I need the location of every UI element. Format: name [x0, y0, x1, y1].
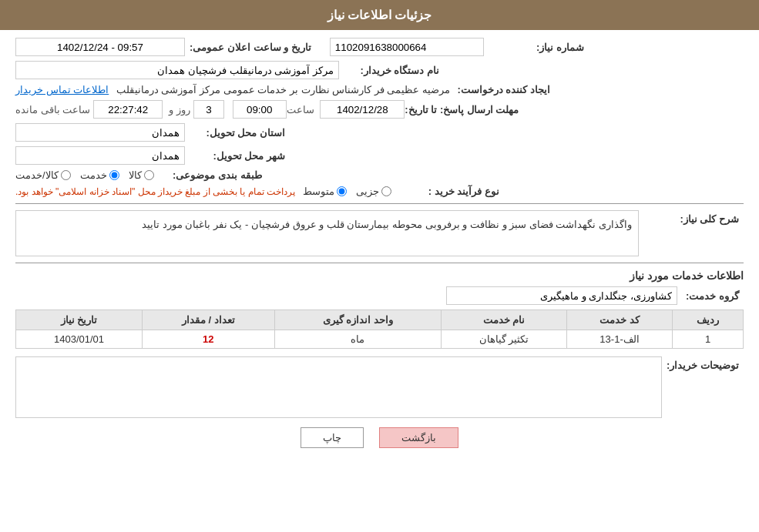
row-nam-dastgah: نام دستگاه خریدار: — [15, 61, 744, 79]
sharh-value: واگذاری نگهداشت فضای سبز و نظافت و برفرو… — [15, 210, 639, 256]
mohlat-mande-label: ساعت باقی مانده — [15, 104, 90, 115]
divider-2 — [15, 263, 744, 263]
notes-label: توضیحات خریدار: — [662, 356, 739, 371]
cell-tarikh: 1403/01/01 — [16, 330, 143, 349]
divider-1 — [15, 203, 744, 204]
shomara-label: شماره نیاز: — [484, 42, 584, 53]
mohlat-label: مهلت ارسال پاسخ: تا تاریخ: — [405, 104, 519, 115]
col-kod: کد خدمت — [566, 310, 672, 330]
row-tabaqe: طبقه بندی موضوعی: کالا خدمت کالا/خدمت — [15, 169, 744, 181]
col-radif: ردیف — [673, 310, 744, 330]
shahr-input — [15, 146, 185, 165]
ostan-input — [15, 123, 185, 142]
row-ostan: استان محل تحویل: — [15, 123, 744, 142]
nooe-option-mootavas[interactable]: متوسط — [303, 186, 347, 197]
cell-nam: تکثیر گیاهان — [441, 330, 566, 349]
mohlat-roz-input — [193, 100, 224, 119]
ostan-label: استان محل تحویل: — [185, 127, 285, 139]
tabaqe-option-kala[interactable]: کالا — [129, 169, 154, 181]
ijad-value: مرضیه عظیمی فر کارشناس نظارت بر خدمات عم… — [116, 84, 450, 95]
row-sharh: شرح کلی نیاز: واگذاری نگهداشت فضای سبز و… — [15, 210, 744, 256]
gorooh-input — [446, 286, 677, 305]
col-vahed: واحد اندازه گیری — [274, 310, 441, 330]
ijad-label: ایجاد کننده درخواست: — [450, 84, 550, 95]
mohlat-roz-label: روز و — [169, 104, 190, 115]
tarikh-input — [15, 38, 185, 56]
row-ijad: ایجاد کننده درخواست: مرضیه عظیمی فر کارش… — [15, 84, 744, 95]
table-row: 1 الف-1-13 تکثیر گیاهان ماه 12 1403/01/0… — [16, 330, 744, 349]
row-nooe: نوع فرآیند خرید : جزیی متوسط پرداخت تمام… — [15, 186, 744, 197]
mohlat-saat-input — [233, 100, 287, 119]
page-header: جزئیات اطلاعات نیاز — [0, 0, 759, 30]
row-shomara: شماره نیاز: تاریخ و ساعت اعلان عمومی: — [15, 38, 744, 56]
row-notes: توضیحات خریدار: — [15, 356, 744, 418]
col-tarikh: تاریخ نیاز — [16, 310, 143, 330]
ijad-link[interactable]: اطلاعات تماس خریدار — [15, 84, 109, 95]
row-shahr: شهر محل تحویل: — [15, 146, 744, 165]
aetela-title: اطلاعات خدمات مورد نیاز — [15, 269, 744, 282]
nam-dastgah-label: نام دستگاه خریدار: — [339, 65, 439, 76]
tabaqe-label: طبقه بندی موضوعی: — [162, 169, 262, 181]
button-row: بازگشت چاپ — [15, 427, 744, 460]
mohlat-date-input — [320, 100, 405, 119]
nam-dastgah-input — [15, 61, 339, 79]
tarikh-label: تاریخ و ساعت اعلان عمومی: — [190, 42, 311, 53]
back-button[interactable]: بازگشت — [379, 427, 458, 448]
notes-textarea[interactable] — [15, 356, 662, 418]
tabaqe-option-kala-khedmat[interactable]: کالا/خدمت — [15, 169, 71, 181]
row-mohlat: مهلت ارسال پاسخ: تا تاریخ: ساعت روز و سا… — [15, 100, 744, 119]
col-nam: نام خدمت — [441, 310, 566, 330]
col-tedad: تعداد / مقدار — [143, 310, 275, 330]
cell-radif: 1 — [673, 330, 744, 349]
sharh-label: شرح کلی نیاز: — [639, 210, 739, 225]
cell-kod: الف-1-13 — [566, 330, 672, 349]
mohlat-mande-input — [93, 100, 163, 119]
tabaqe-option-khedmat[interactable]: خدمت — [80, 169, 119, 181]
cell-vahed: ماه — [274, 330, 441, 349]
mohlat-saat-label: ساعت — [287, 104, 314, 115]
nooe-label: نوع فرآیند خرید : — [399, 186, 499, 197]
nooe-notice: پرداخت تمام یا بخشی از مبلغ خریداز محل "… — [15, 186, 295, 197]
cell-tedad: 12 — [143, 330, 275, 349]
gorooh-label: گروه خدمت: — [677, 290, 739, 302]
tabaqe-radio-group: کالا خدمت کالا/خدمت — [15, 169, 154, 181]
services-table: ردیف کد خدمت نام خدمت واحد اندازه گیری ت… — [15, 309, 744, 349]
shahr-label: شهر محل تحویل: — [185, 150, 285, 162]
page-title: جزئیات اطلاعات نیاز — [327, 8, 432, 22]
nooe-option-jozi[interactable]: جزیی — [356, 186, 391, 197]
nooe-radio-group: جزیی متوسط — [303, 186, 391, 197]
shomara-input — [330, 38, 484, 56]
row-gorooh: گروه خدمت: — [15, 286, 744, 305]
print-button[interactable]: چاپ — [301, 427, 364, 448]
